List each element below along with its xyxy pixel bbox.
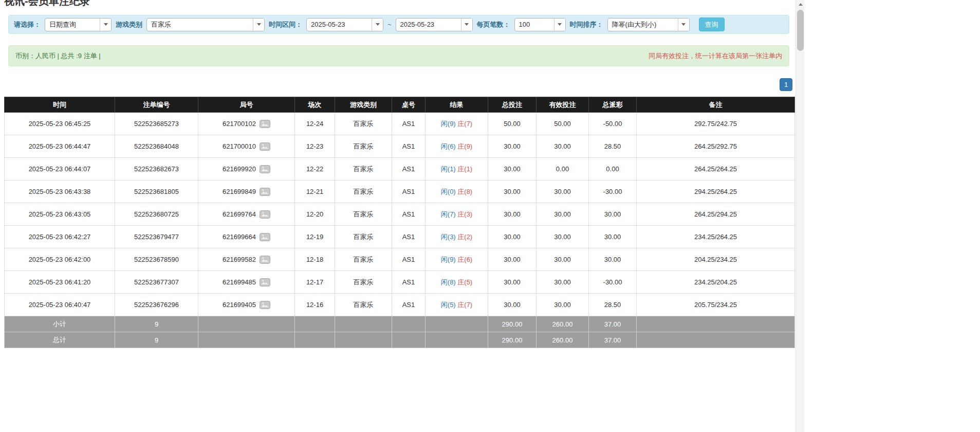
cell-result: 闲(8) 庄(5) <box>426 271 488 294</box>
scrollbar-up-arrow[interactable] <box>796 0 805 9</box>
game-type-caret-button[interactable] <box>253 19 264 31</box>
cell-total-bet[interactable]: 30.00 <box>488 203 537 226</box>
cell-bet-id: 522523677307 <box>115 271 198 294</box>
query-type-caret-button[interactable] <box>100 19 111 31</box>
summary-red-note: 同局有效投注，统一计算在该局第一张注单内 <box>649 51 782 61</box>
scrollbar-thumb[interactable] <box>797 10 804 51</box>
page-size-value: 100 <box>515 19 554 31</box>
subtotal-row: 小计 9 290.00 260.00 37.00 <box>5 316 795 332</box>
query-type-select[interactable]: 日期查询 <box>45 18 112 31</box>
chevron-down-icon <box>104 23 108 26</box>
round-number: 621699764 <box>223 210 256 218</box>
cell-remark: 205.75/234.25 <box>637 294 795 316</box>
round-number: 621699920 <box>223 165 256 173</box>
round-replay-icon[interactable] <box>260 278 270 286</box>
cell-bet-id: 522523679477 <box>115 226 198 248</box>
cell-time: 2025-05-23 06:41:20 <box>5 271 115 294</box>
cell-remark: 264.25/294.25 <box>637 203 795 226</box>
cell-time: 2025-05-23 06:40:47 <box>5 294 115 316</box>
round-replay-icon[interactable] <box>260 256 270 264</box>
page-size-caret-button[interactable] <box>554 19 565 31</box>
cell-total-bet[interactable]: 30.00 <box>488 294 537 316</box>
round-replay-icon[interactable] <box>260 120 270 128</box>
cell-session: 12-23 <box>295 135 335 158</box>
round-number: 621699405 <box>223 301 256 309</box>
cell-table-no: AS1 <box>392 113 426 135</box>
date-from-value: 2025-05-23 <box>307 19 372 31</box>
round-number: 621699664 <box>223 233 256 241</box>
date-range-tilde: ~ <box>387 21 392 28</box>
result-player: 闲(8) <box>441 278 456 286</box>
summary-bar: 币别：人民币 | 总共 :9 注单 | 同局有效投注，统一计算在该局第一张注单内 <box>8 45 789 66</box>
cell-round: 621699582 <box>198 248 295 271</box>
cell-total-bet[interactable]: 30.00 <box>488 248 537 271</box>
header-time: 时间 <box>5 97 115 113</box>
cell-valid-bet: 30.00 <box>537 226 589 248</box>
cell-remark: 294.25/264.25 <box>637 181 795 203</box>
cell-valid-bet: 30.00 <box>537 294 589 316</box>
round-replay-icon[interactable] <box>260 210 270 219</box>
cell-total-bet[interactable]: 30.00 <box>488 271 537 294</box>
cell-total-bet[interactable]: 50.00 <box>488 113 537 135</box>
cell-valid-bet: 50.00 <box>537 113 589 135</box>
chevron-down-icon <box>465 23 469 26</box>
date-from-select[interactable]: 2025-05-23 <box>306 18 383 31</box>
cell-total-bet[interactable]: 30.00 <box>488 135 537 158</box>
cell-session: 12-24 <box>295 113 335 135</box>
result-banker: 庄(5) <box>457 278 472 286</box>
round-replay-icon[interactable] <box>260 142 270 151</box>
date-from-caret-button[interactable] <box>372 19 383 31</box>
game-type-select[interactable]: 百家乐 <box>146 18 265 31</box>
subtotal-valid-bet: 260.00 <box>537 316 589 332</box>
cell-session: 12-17 <box>295 271 335 294</box>
cell-result: 闲(9) 庄(7) <box>426 113 488 135</box>
header-session: 场次 <box>295 97 335 113</box>
page-size-select[interactable]: 100 <box>514 18 566 31</box>
table-row: 2025-05-23 06:42:27522523679477621699664… <box>5 226 795 248</box>
select-label: 请选择： <box>14 20 41 29</box>
cell-valid-bet: 30.00 <box>537 248 589 271</box>
sort-select[interactable]: 降幂(由大到小) <box>607 18 690 31</box>
cell-time: 2025-05-23 06:44:07 <box>5 158 115 181</box>
cell-game-type: 百家乐 <box>335 158 392 181</box>
date-to-caret-button[interactable] <box>461 19 472 31</box>
records-table: 时间 注单编号 局号 场次 游戏类别 桌号 结果 总投注 有效投注 总派彩 备注… <box>4 97 795 348</box>
cell-table-no: AS1 <box>392 294 426 316</box>
cell-payout: 28.50 <box>589 294 637 316</box>
cell-time: 2025-05-23 06:45:25 <box>5 113 115 135</box>
cell-game-type: 百家乐 <box>335 271 392 294</box>
cell-bet-id: 522523678590 <box>115 248 198 271</box>
cell-session: 12-16 <box>295 294 335 316</box>
vertical-scrollbar[interactable] <box>796 0 804 432</box>
cell-session: 12-20 <box>295 203 335 226</box>
cell-result: 闲(1) 庄(1) <box>426 158 488 181</box>
cell-valid-bet: 30.00 <box>537 271 589 294</box>
cell-payout: -50.00 <box>589 113 637 135</box>
header-valid-bet: 有效投注 <box>537 97 589 113</box>
chevron-down-icon <box>376 23 380 26</box>
table-row: 2025-05-23 06:43:38522523681805621699849… <box>5 181 795 203</box>
cell-table-no: AS1 <box>392 226 426 248</box>
search-button[interactable]: 查询 <box>699 17 725 31</box>
date-range-label: 时间区间： <box>269 20 302 29</box>
cell-valid-bet: 30.00 <box>537 135 589 158</box>
page-1-button[interactable]: 1 <box>780 78 792 91</box>
round-replay-icon[interactable] <box>260 188 270 196</box>
table-row: 2025-05-23 06:45:25522523685273621700102… <box>5 113 795 135</box>
round-replay-icon[interactable] <box>260 165 270 173</box>
round-replay-icon[interactable] <box>260 233 270 241</box>
cell-remark: 234.25/204.25 <box>637 271 795 294</box>
result-banker: 庄(8) <box>457 188 472 195</box>
chevron-down-icon <box>558 23 562 26</box>
cell-bet-id: 522523682673 <box>115 158 198 181</box>
cell-total-bet[interactable]: 30.00 <box>488 226 537 248</box>
query-type-value: 日期查询 <box>45 19 100 31</box>
date-to-select[interactable]: 2025-05-23 <box>396 18 473 31</box>
sort-caret-button[interactable] <box>678 19 689 31</box>
round-replay-icon[interactable] <box>260 301 270 309</box>
page-size-label: 每页笔数： <box>477 20 510 29</box>
subtotal-payout: 37.00 <box>589 316 637 332</box>
cell-total-bet[interactable]: 30.00 <box>488 158 537 181</box>
cell-total-bet[interactable]: 30.00 <box>488 181 537 203</box>
subtotal-label: 小计 <box>5 316 115 332</box>
